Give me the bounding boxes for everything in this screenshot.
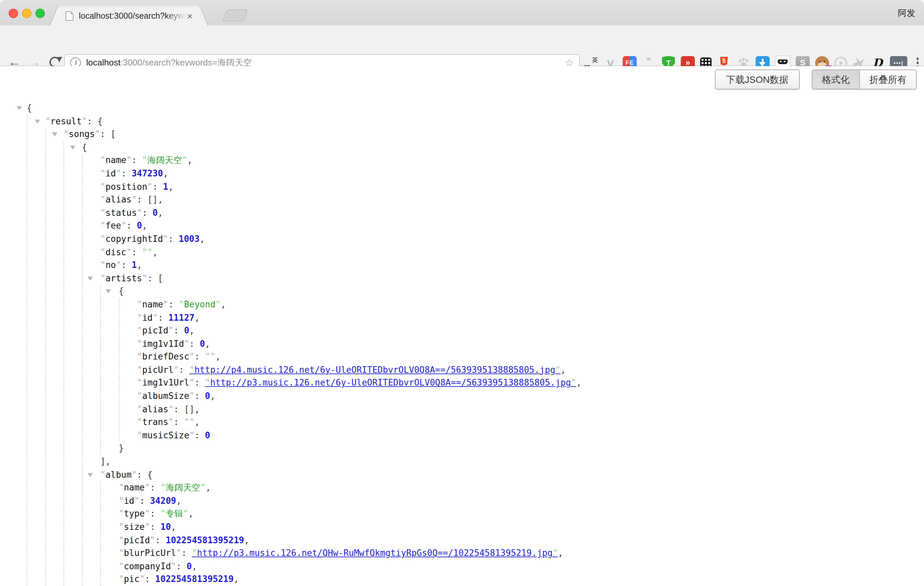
view-toggle-group: 格式化 折叠所有 (812, 69, 917, 89)
json-token: 347230 (132, 167, 163, 180)
indent-guide (63, 337, 82, 350)
json-token: copyrightId (100, 233, 168, 246)
collapse-toggle-icon[interactable] (70, 146, 75, 150)
indent-guide (27, 193, 45, 206)
new-tab-button[interactable] (222, 9, 248, 21)
indent-guide (63, 363, 82, 376)
collapse-toggle-icon[interactable] (17, 106, 22, 110)
indent-guide (63, 455, 82, 468)
json-token: 102254581395219 (155, 573, 234, 586)
json-token: name (100, 154, 132, 167)
indent-guide (63, 154, 82, 167)
indent-guide (63, 416, 82, 429)
minimize-window-button[interactable] (22, 9, 31, 18)
indent-guide (45, 350, 63, 363)
json-link[interactable]: http://p3.music.126.net/QHw-RuMwfQkmgtiy… (192, 546, 558, 560)
collapse-toggle-icon[interactable] (105, 290, 111, 294)
indent-guide (27, 350, 45, 363)
json-row: alias: [], (0, 193, 924, 206)
browser-tab[interactable]: localhost:3000/search?keywor × (61, 6, 196, 26)
download-json-button[interactable]: 下载JSON数据 (714, 69, 800, 89)
json-row: picUrl: http://p4.music.126.net/6y-UleOR… (0, 363, 924, 376)
indent-guide (45, 390, 63, 403)
indent-guide (82, 337, 100, 350)
collapse-toggle-icon[interactable] (52, 132, 58, 136)
json-token: : (132, 154, 142, 167)
format-button[interactable]: 格式化 (812, 70, 859, 89)
indent-guide (45, 206, 63, 220)
json-token: , (206, 481, 211, 494)
indent-guide (63, 193, 82, 206)
json-link[interactable]: http://p3.music.126.net/6y-UleORITEDbvrO… (205, 376, 576, 390)
indent-guide (63, 390, 82, 403)
indent-guide (27, 233, 45, 246)
json-token: : (195, 376, 205, 390)
json-token: musicSize (137, 429, 195, 442)
json-row: alias: [], (0, 403, 924, 416)
collapse-toggle-icon[interactable] (35, 119, 40, 123)
indent-guide (82, 403, 100, 416)
indent-guide (119, 429, 137, 442)
zoom-window-button[interactable] (35, 9, 45, 18)
json-token: { (82, 141, 87, 154)
indent-guide (100, 403, 119, 416)
json-token: : (150, 520, 160, 533)
indent-guide (45, 429, 63, 442)
indent-guide (45, 298, 63, 311)
indent-guide (119, 376, 137, 390)
json-token: result (45, 115, 87, 128)
json-row: type: 专辑, (0, 507, 924, 520)
json-token: artists (100, 272, 147, 285)
collapse-toggle-icon[interactable] (87, 276, 93, 280)
indent-guide (82, 573, 100, 586)
indent-guide (63, 468, 82, 481)
indent-guide (45, 546, 63, 560)
json-token: , (558, 546, 563, 560)
json-token: , (168, 180, 174, 193)
indent-guide (27, 416, 45, 429)
indent-guide (63, 285, 82, 298)
json-token: 1 (163, 180, 168, 193)
indent-guide (119, 324, 137, 337)
indent-guide (45, 363, 63, 376)
indent-guide (27, 403, 45, 416)
indent-guide (100, 311, 119, 324)
indent-guide (45, 376, 63, 390)
json-link[interactable]: http://p4.music.126.net/6y-UleORITEDbvrO… (190, 363, 561, 376)
indent-guide (82, 560, 100, 573)
browser-menu-icon[interactable] (916, 58, 919, 60)
indent-guide (82, 233, 100, 246)
indent-guide (100, 390, 119, 403)
indent-guide (27, 520, 45, 533)
indent-guide (45, 167, 63, 180)
indent-guide (63, 206, 82, 220)
indent-guide (45, 494, 63, 507)
json-token: , (190, 324, 195, 337)
json-token: trans (137, 416, 174, 429)
json-token: : (174, 324, 184, 337)
json-token: id (119, 494, 140, 507)
indent-guide (63, 350, 82, 363)
json-token: disc (100, 246, 132, 259)
collapse-toggle-icon[interactable] (87, 473, 93, 477)
json-token (142, 246, 152, 259)
json-row: position: 1, (0, 180, 924, 193)
indent-guide (82, 206, 100, 220)
json-row: id: 347230, (0, 167, 924, 180)
json-token: , (153, 246, 158, 259)
indent-guide (100, 429, 119, 442)
collapse-all-button[interactable]: 折叠所有 (859, 70, 916, 89)
json-token: 海阔天空 (160, 481, 205, 494)
json-row: disc: , (0, 246, 924, 259)
tab-close-icon[interactable]: × (187, 12, 192, 21)
close-window-button[interactable] (9, 9, 18, 18)
json-token: : (182, 546, 192, 560)
profile-name[interactable]: 阿发 (898, 7, 915, 19)
indent-guide (100, 337, 119, 350)
indent-guide (63, 233, 82, 246)
indent-guide (45, 154, 63, 167)
json-token: , (234, 573, 239, 586)
indent-guide (27, 390, 45, 403)
json-token: 0 (184, 324, 190, 337)
json-token: : (168, 298, 179, 311)
